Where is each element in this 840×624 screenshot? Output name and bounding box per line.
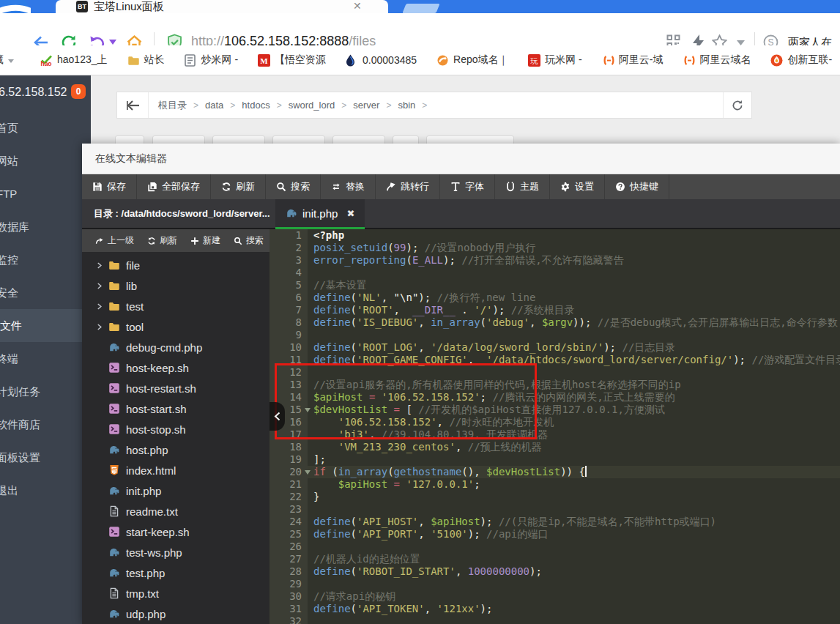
bookmark-item[interactable]: 玩玩米网 -	[528, 53, 582, 67]
breadcrumb-segment[interactable]: data	[205, 100, 223, 111]
bookmark-item[interactable]: 站长	[127, 53, 165, 67]
toolbar-button-刷新[interactable]: 刷新	[211, 174, 266, 199]
folder-icon	[108, 300, 120, 312]
sh-file-icon	[108, 423, 120, 435]
sidebar-item-软件商店[interactable]: 软件商店	[0, 408, 91, 441]
tree-collapse-handle[interactable]	[270, 402, 285, 431]
tree-item-label: init.php	[126, 485, 161, 497]
bookmark-label: hao123_上	[57, 53, 108, 67]
tree-file-host.php[interactable]: host.php	[82, 439, 270, 460]
bookmark-label: 阿里云-域	[619, 53, 664, 67]
toolbar-button-字体[interactable]: 字体	[440, 174, 495, 199]
sidebar-item-面板设置[interactable]: 面板设置	[0, 441, 91, 474]
tree-file-start-keep.sh[interactable]: start-keep.sh	[82, 521, 270, 542]
bookmark-item[interactable]: 阿里云-域	[602, 53, 664, 67]
sidebar-item-FTP[interactable]: FTP	[0, 177, 91, 210]
browser-tab[interactable]: BT 宝塔Linux面板 ✕	[56, 0, 388, 13]
bookmarks-bar: 藏 haohao123_上站长炒米网 -M【悟空资源0.00003485Repo…	[0, 45, 840, 75]
sidebar-item-数据库[interactable]: 数据库	[0, 210, 91, 243]
toolbar-button-保存[interactable]: 保存	[82, 174, 137, 199]
tree-file-test-ws.php[interactable]: test-ws.php	[82, 542, 270, 562]
token-pl: (	[387, 466, 393, 478]
message-count-badge[interactable]: 0	[71, 84, 86, 99]
tree-file-host-keep.sh[interactable]: host-keep.sh	[82, 357, 270, 378]
tree-file-host-stop.sh[interactable]: host-stop.sh	[82, 419, 270, 439]
php-file-icon	[286, 207, 297, 219]
sidebar-item-监控[interactable]: 监控	[0, 243, 91, 276]
bookmark-item[interactable]: M【悟空资源	[258, 53, 326, 67]
sidebar-item-计划任务[interactable]: 计划任务	[0, 375, 91, 408]
php-file-icon	[108, 485, 120, 497]
breadcrumb-segment[interactable]: sword_lord	[289, 100, 335, 111]
sidebar-item-首页[interactable]: 首页	[0, 111, 91, 144]
bookmark-item[interactable]: 创新互联-	[770, 53, 832, 67]
bookmark-item[interactable]: haohao123_上	[40, 53, 108, 67]
breadcrumb-segment[interactable]: sbin	[398, 100, 415, 111]
bookmark-item[interactable]: 0.00003485	[346, 54, 417, 67]
tree-file-index.html[interactable]: index.html	[82, 460, 270, 480]
toolbar-button-设置[interactable]: 设置	[550, 174, 605, 199]
sidebar-item-安全[interactable]: 安全	[0, 276, 91, 309]
tab-close-icon[interactable]: ✖	[346, 208, 354, 219]
tree-item-label: tool	[126, 321, 144, 333]
breadcrumb-bar: 根目录>data>htdocs>sword_lord>server>sbin>	[116, 92, 752, 119]
search-icon	[234, 237, 242, 245]
token-esc: "\n"	[394, 291, 419, 303]
sidebar-item-终端[interactable]: 终端	[0, 342, 91, 375]
sidebar-item-网站[interactable]: 网站	[0, 144, 91, 177]
file-tab-init-php[interactable]: init.php ✖	[275, 199, 365, 229]
toolbar-button-主题[interactable]: 主题	[495, 174, 550, 199]
toolbar-button-搜索[interactable]: 搜索	[266, 174, 321, 199]
sidebar-item-文件[interactable]: 文件	[0, 309, 91, 342]
line-number: 26	[270, 541, 308, 553]
favorites-menu[interactable]: 藏	[0, 53, 26, 67]
tree-file-udp.php[interactable]: udp.php	[82, 603, 270, 624]
aliyun-icon	[683, 54, 695, 67]
toolbar-dropdown-icon[interactable]	[737, 40, 745, 45]
undo-dropdown-icon[interactable]	[109, 40, 116, 45]
code-line: define('ROBOT_ID_START', 1000000000);	[308, 565, 840, 578]
new-tab-button[interactable]	[402, 4, 439, 13]
token-cm: //(只能是ip,不能是域名,不能带http或端口)	[499, 516, 716, 527]
back-button[interactable]	[117, 92, 149, 118]
modal-title: 在线文本编辑器	[82, 144, 840, 174]
tree-toolbar-button-刷新[interactable]: 刷新	[141, 234, 184, 247]
bookmark-item[interactable]: 炒米网 -	[185, 53, 239, 67]
breadcrumb-segment[interactable]: 根目录	[158, 99, 187, 112]
tree-file-debug-cmd.php[interactable]: debug-cmd.php	[82, 337, 270, 357]
line-number: 4	[270, 267, 308, 279]
toolbar-button-跳转行[interactable]: 跳转行	[376, 174, 440, 199]
sidebar-item-退出[interactable]: 退出	[0, 474, 91, 507]
tree-folder-file[interactable]: file	[82, 255, 270, 275]
tree-folder-lib[interactable]: lib	[82, 275, 270, 296]
bookmark-item[interactable]: 阿里云域名	[683, 53, 751, 67]
token-pl: );	[493, 304, 511, 316]
tree-toolbar-button-新建[interactable]: 新建	[184, 234, 227, 247]
bookmark-label: 【悟空资源	[275, 53, 326, 67]
tree-file-readme.txt[interactable]: readme.txt	[82, 501, 270, 521]
token-fn: error_reporting	[313, 254, 406, 266]
tab-close-icon[interactable]: ✕	[353, 0, 362, 12]
breadcrumb-segment[interactable]: server	[353, 100, 379, 111]
tree-file-tmp.txt[interactable]: tmp.txt	[82, 583, 270, 603]
token-st: '/'	[474, 304, 492, 316]
tree-folder-test[interactable]: test	[82, 296, 270, 316]
tree-folder-tool[interactable]: tool	[82, 316, 270, 337]
breadcrumb-segment[interactable]: htdocs	[242, 100, 270, 111]
tree-file-host-start.sh[interactable]: host-start.sh	[82, 398, 270, 419]
bookmark-item[interactable]: Repo域名｜	[436, 53, 508, 67]
svg-text:M: M	[260, 56, 268, 65]
tree-toolbar-button-上一级[interactable]: 上一级	[89, 234, 141, 247]
tree-toolbar-button-搜索[interactable]: 搜索	[227, 234, 270, 247]
fold-arrow-icon[interactable]	[305, 470, 311, 475]
token-fn: define	[313, 291, 351, 303]
toolbar-button-替换[interactable]: 替换	[321, 174, 376, 199]
tree-file-host-restart.sh[interactable]: host-restart.sh	[82, 378, 270, 398]
refresh-button[interactable]	[723, 92, 751, 118]
line-number: 6	[270, 291, 308, 304]
toolbar-button-快捷键[interactable]: 快捷键	[605, 174, 669, 199]
token-pl: }	[313, 491, 319, 502]
tree-file-init.php[interactable]: init.php	[82, 480, 270, 501]
tree-file-test.php[interactable]: test.php	[82, 562, 270, 583]
toolbar-button-全部保存[interactable]: 全部保存	[137, 174, 211, 199]
